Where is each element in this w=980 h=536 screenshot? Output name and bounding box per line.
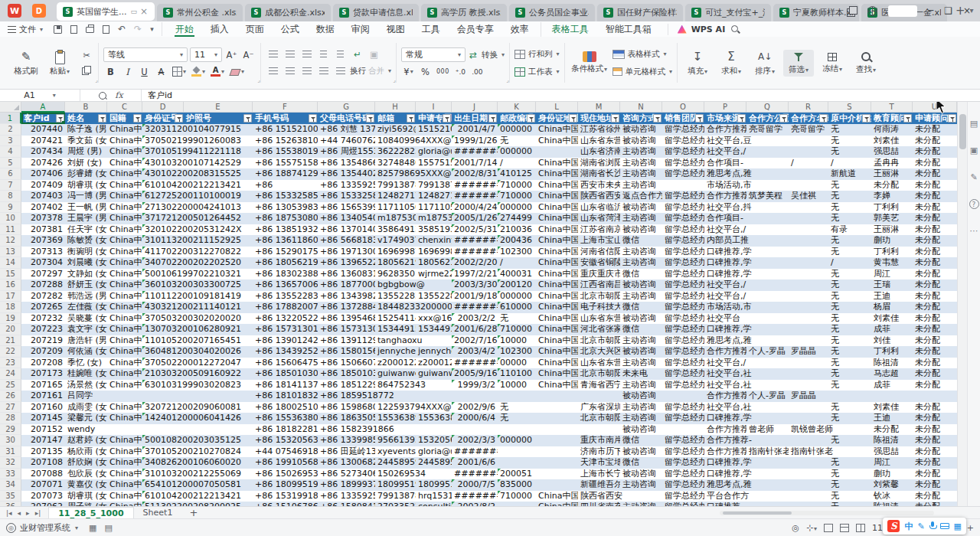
cell[interactable]: 124827175 [375,191,416,202]
cell[interactable]: 未分配 [913,191,957,202]
cell[interactable]: 合作方推荐 [704,346,746,358]
cell[interactable]: 胡睿琪 (女 [65,180,107,191]
cell[interactable]: 韩浩远 (男 [65,291,107,302]
cell[interactable]: 留学总经办 [662,413,704,424]
cell[interactable]: 新航道 [828,168,871,180]
cell[interactable]: 110105200207165451 [142,335,253,347]
column-header[interactable]: I [416,102,452,113]
cell[interactable]: 王丽淋 [871,168,913,180]
cell[interactable]: 000000 [498,202,536,214]
cell[interactable]: 陈祖清 [871,358,913,369]
file-tab[interactable]: S高学历 教授.xlsx [421,4,507,21]
row-header[interactable]: 12 [0,235,21,247]
cell[interactable]: China中国 [107,358,142,369]
cell[interactable]: 207073 [21,491,65,502]
cell[interactable]: ######## [452,446,498,458]
row-header[interactable]: 33 [0,469,21,480]
cell[interactable]: +86 1851229020 [318,380,375,391]
minimize-button[interactable]: ─ [928,5,933,16]
conditional-format-button[interactable]: 条件格式▾ [570,50,609,76]
cell[interactable]: 安徽省铜陵 [578,257,620,269]
cell[interactable]: +44 7460762888 [318,136,375,147]
cell[interactable]: 未分配 [913,279,957,291]
cell[interactable]: 610104200212213421 [142,491,253,502]
cell[interactable]: 207147 [21,435,65,446]
workspace-icon[interactable] [847,6,857,16]
cell[interactable]: China中国 [107,291,142,302]
cell[interactable]: +86 1859518772 [318,391,620,402]
cell[interactable]: 指南针张老 [746,446,789,458]
filter-button-icon[interactable] [653,114,662,123]
cell[interactable]: 留学总经办 [662,213,704,224]
cell[interactable]: 主动咨询 [620,257,662,269]
cell[interactable]: China中国 [107,213,142,224]
cell[interactable]: wendy [65,424,253,436]
cell[interactable]: 207426 [21,158,65,169]
cell[interactable]: 曾老师 [746,424,789,436]
currency-button[interactable]: ¥▾ [401,65,416,78]
cell[interactable]: 社交平台,/ [704,358,828,369]
cell[interactable]: China中国 [536,269,578,280]
cell[interactable]: 无 [828,457,871,469]
cell[interactable]: +86 1354866895 [318,158,375,169]
cell[interactable]: +86 1598680231 [318,402,375,413]
header-cell[interactable]: 原中介机构 [828,113,871,124]
cell[interactable]: 710000 [498,180,536,191]
cell[interactable]: 151521001 [416,124,452,136]
cell[interactable]: 153205639 [416,435,452,446]
cell[interactable]: 无 [828,435,871,446]
column-header[interactable]: S [828,102,871,113]
cell[interactable]: 410125 [498,168,536,180]
cell[interactable]: tanghaoxu [375,335,452,347]
cell[interactable]: 被动咨询 [620,469,662,480]
column-header[interactable]: F [253,102,318,113]
header-cell[interactable]: 出生日期 [452,113,498,124]
row-header[interactable]: 2 [0,124,21,136]
cell[interactable]: 留学总经办 [662,479,704,491]
cell[interactable]: China中国 [536,247,578,258]
row-header[interactable]: 7 [0,180,21,191]
cell[interactable]: +86 1850103098 [318,368,375,380]
cell[interactable]: 指南针张老 [789,446,871,458]
cell[interactable]: 留学总经办 [662,168,704,180]
cell[interactable]: 蒯玏 [871,235,913,247]
cell[interactable]: 强思喆 [871,446,913,458]
cell[interactable]: 102300 [498,346,536,358]
cell[interactable]: ######## [452,191,498,202]
filter-button-icon[interactable] [175,114,183,123]
cell[interactable]: 陕西省西安 [578,191,620,202]
cell[interactable]: 无 [828,202,871,214]
cell[interactable]: 610104200212213421 [142,180,253,191]
cell[interactable]: 社交平台,豆 [704,136,828,147]
header-cell[interactable]: 客户id [21,113,65,124]
underline-button[interactable]: U [137,65,152,78]
cell[interactable]: +86 15152100 [253,124,318,136]
cell[interactable]: 留学总经办 [662,224,704,236]
cell[interactable]: 207440 [21,124,65,136]
cell[interactable]: +86 18101832 [253,391,318,402]
cell[interactable]: 周江 [871,269,913,280]
header-cell[interactable]: 教育顾问 [871,113,913,124]
header-cell[interactable]: 咨询方式 [620,113,662,124]
cell[interactable]: 864752343 [375,380,452,391]
cell[interactable]: +86 1339985047 [318,435,375,446]
cell[interactable]: China中国 [107,180,142,191]
decrease-decimal-button[interactable]: .00 [470,65,485,78]
menu-item[interactable]: 数据 [308,22,343,37]
cell[interactable]: 钦冰 [871,491,913,502]
cell[interactable]: 主动咨询 [620,168,662,180]
cell[interactable]: ######## [452,491,498,502]
cell[interactable]: 无 [828,402,871,413]
cell[interactable]: 上海市宝山 [578,235,620,247]
align-center-button[interactable] [283,64,297,77]
cell[interactable]: +86 56681836 [318,235,375,247]
cell[interactable]: 799138782 [416,180,452,191]
cell[interactable]: 社交平台,社 [704,368,828,380]
cell[interactable]: 未分配 [913,224,957,236]
cell[interactable]: 207223 [21,324,65,335]
cell[interactable]: 社交平台,社 [704,402,828,413]
cell[interactable]: 口碑推荐,学 [704,324,828,335]
cell[interactable]: China中国 [536,213,578,224]
cell[interactable]: 重庆重庆市 [578,269,620,280]
cell[interactable]: guiwanwei [375,368,416,380]
